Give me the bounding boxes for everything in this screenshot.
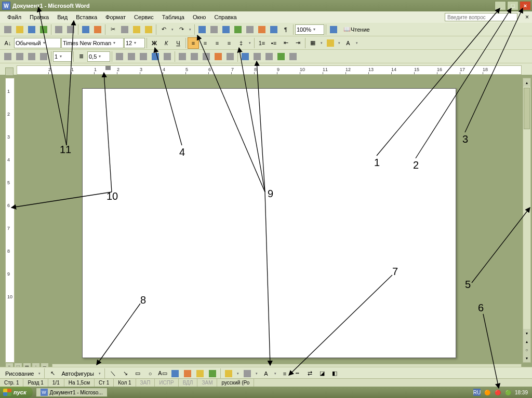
tb3-d[interactable]	[150, 51, 161, 62]
tb3-btn3[interactable]	[26, 51, 37, 62]
tb3-h[interactable]	[201, 51, 212, 62]
scroll-thumb[interactable]	[524, 88, 530, 129]
dash-style-button[interactable]: ┅	[291, 368, 303, 379]
next-page-button[interactable]: ▾	[523, 354, 530, 362]
tray-icon-2[interactable]: 🔴	[494, 389, 501, 396]
show-marks-button[interactable]: ¶	[280, 24, 291, 35]
borders-button[interactable]: ▦	[307, 37, 318, 49]
clock[interactable]: 18:39	[515, 390, 528, 395]
underline-button[interactable]: Ч	[172, 37, 184, 49]
new-doc-button[interactable]	[2, 24, 14, 35]
numbered-list-button[interactable]: 1≡	[256, 37, 268, 49]
menu-file[interactable]: Файл	[3, 13, 25, 21]
document-scroll[interactable]	[15, 78, 532, 363]
arrow-style-button[interactable]: ⇄	[304, 368, 315, 379]
align-justify-button[interactable]: ≡	[223, 37, 235, 49]
highlight-dropdown[interactable]: ▾	[337, 37, 342, 49]
menu-help[interactable]: Справка	[210, 13, 241, 21]
wordart-button[interactable]	[169, 368, 181, 379]
spelling-button[interactable]	[80, 24, 91, 35]
menu-format[interactable]: Формат	[101, 13, 130, 21]
font-combo[interactable]: Times New Roman▾	[61, 38, 124, 48]
italic-button[interactable]: К	[161, 37, 172, 49]
page[interactable]	[82, 88, 456, 358]
increase-indent-button[interactable]: ⇥	[292, 37, 303, 49]
columns-button[interactable]	[244, 24, 256, 35]
save-button[interactable]	[26, 24, 37, 35]
insert-excel-button[interactable]	[232, 24, 244, 35]
decrease-indent-button[interactable]: ⇤	[280, 37, 291, 49]
tb3-m[interactable]	[263, 51, 275, 62]
browse-object-button[interactable]: ○	[523, 346, 530, 354]
status-trk[interactable]: ИСПР	[155, 379, 178, 387]
drawing-toggle-button[interactable]	[256, 24, 268, 35]
reading-layout-button[interactable]: 📖 Чтение	[340, 24, 374, 35]
text-color-dropdown[interactable]: ▾	[273, 368, 278, 379]
menu-view[interactable]: Вид	[53, 13, 72, 21]
clipart-button[interactable]	[194, 368, 206, 379]
menu-window[interactable]: Окно	[189, 13, 210, 21]
textbox-tool-button[interactable]: A▭	[157, 368, 168, 379]
tb3-n[interactable]	[275, 51, 287, 62]
tb3-g[interactable]	[189, 51, 200, 62]
undo-dropdown[interactable]: ▾	[170, 24, 175, 35]
hyperlink-button[interactable]	[196, 24, 208, 35]
line-color-button[interactable]	[242, 368, 253, 379]
prev-page-button[interactable]: ▴	[523, 337, 530, 346]
shadow-style-button[interactable]: ◪	[316, 368, 328, 379]
redo-button[interactable]: ↷	[176, 24, 187, 35]
drawing-label[interactable]: Рисование	[3, 370, 36, 377]
menu-table[interactable]: Таблица	[158, 13, 189, 21]
open-button[interactable]	[14, 24, 25, 35]
tb3-f[interactable]	[177, 51, 188, 62]
status-ext[interactable]: ВДЛ	[179, 379, 198, 387]
font-color-dropdown[interactable]: ▾	[354, 37, 360, 49]
scroll-up-button[interactable]: ▴	[523, 78, 530, 87]
document-close-button[interactable]: ×	[525, 13, 529, 21]
tb3-l[interactable]	[251, 51, 263, 62]
tray-icon-1[interactable]: 🟠	[484, 389, 491, 396]
align-right-button[interactable]: ≡	[211, 37, 223, 49]
minimize-button[interactable]: _	[495, 1, 506, 10]
ask-question-input[interactable]	[445, 13, 517, 21]
font-size-combo[interactable]: 12▾	[124, 38, 145, 48]
bold-button[interactable]: Ж	[149, 37, 160, 49]
spacing-combo[interactable]: 0,5▾	[87, 51, 110, 62]
fill-color-button[interactable]	[223, 368, 234, 379]
help-button[interactable]	[328, 24, 339, 35]
copy-button[interactable]	[119, 24, 130, 35]
zoom-combo[interactable]: 100%▾	[295, 24, 324, 35]
align-center-button[interactable]: ≡	[200, 37, 211, 49]
line-style-button[interactable]: ≡	[279, 368, 290, 379]
diagram-button[interactable]	[182, 368, 193, 379]
status-rec[interactable]: ЗАП	[136, 379, 155, 387]
tb3-i[interactable]	[212, 51, 224, 62]
tb3-j[interactable]	[224, 51, 236, 62]
insert-table-button[interactable]	[220, 24, 232, 35]
vertical-ruler[interactable]: 12345678910	[5, 78, 15, 363]
tb3-b[interactable]	[126, 51, 137, 62]
close-button[interactable]: ×	[520, 1, 531, 10]
autoshapes-label[interactable]: Автофигуры	[59, 370, 96, 377]
research-button[interactable]	[92, 24, 103, 35]
line-spacing-button[interactable]: ‡	[235, 37, 247, 49]
line-color-dropdown[interactable]: ▾	[254, 368, 259, 379]
drawing-menu-dropdown[interactable]: ▾	[37, 368, 42, 379]
bulleted-list-button[interactable]: •≡	[268, 37, 280, 49]
start-button[interactable]: пуск	[0, 387, 33, 398]
tb3-c[interactable]	[138, 51, 149, 62]
menu-tools[interactable]: Сервис	[130, 13, 158, 21]
scroll-down-button[interactable]: ▾	[523, 329, 530, 337]
oval-tool-button[interactable]: ○	[144, 368, 156, 379]
highlight-button[interactable]	[325, 37, 336, 49]
tb3-btn2[interactable]	[14, 51, 25, 62]
print-preview-button[interactable]	[65, 24, 76, 35]
fill-color-dropdown[interactable]: ▾	[235, 368, 241, 379]
indent-marker-icon[interactable]	[105, 66, 111, 70]
tables-borders-button[interactable]	[208, 24, 220, 35]
tb3-btn5[interactable]: ≣	[75, 51, 87, 62]
redo-dropdown[interactable]: ▾	[188, 24, 193, 35]
permission-button[interactable]	[38, 24, 49, 35]
font-color-button[interactable]: A	[342, 37, 354, 49]
styles-pane-button[interactable]: A↓	[2, 37, 14, 49]
